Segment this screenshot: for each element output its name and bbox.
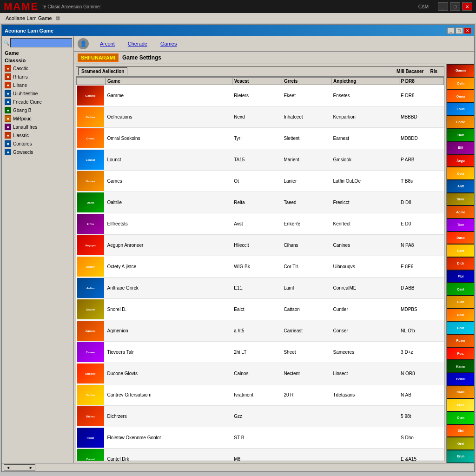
table-row[interactable]: Anftra Anftraoe Grirck E11: Laml Conreal…: [77, 278, 444, 299]
menu-item-main[interactable]: Acoiiane Lam Game: [2, 14, 56, 22]
sidebar-item-liassric[interactable]: ■ Liassric: [2, 131, 73, 139]
game-genre-7: Cihans: [282, 235, 331, 256]
app-logo: MAME: [4, 0, 39, 13]
right-thumb-21[interactable]: Rcam: [447, 335, 474, 347]
search-input[interactable]: [10, 38, 72, 47]
right-thumb-12[interactable]: Tiov: [447, 219, 474, 231]
right-thumb-13[interactable]: Duco: [447, 232, 474, 244]
right-thumb-18[interactable]: Glan: [447, 296, 474, 308]
right-thumb-11[interactable]: Agme: [447, 206, 474, 218]
right-thumb-9[interactable]: Anft: [447, 180, 474, 192]
table-row[interactable]: Tiovee Tioveera Talr 2hi LT Sheet Sameer…: [77, 342, 444, 363]
th-thumb[interactable]: [77, 78, 106, 85]
table-row[interactable]: Agmeni Agmenion a ht5 Carrieast Conser N…: [77, 320, 444, 342]
right-thumb-0[interactable]: Gamm: [447, 65, 474, 77]
table-row[interactable]: Cantre Cantrev Grtersutsiom Ivratment 20…: [77, 384, 444, 406]
sidebar-item-gowsecis[interactable]: ■ Gowsecis: [2, 148, 73, 156]
th-version[interactable]: Veaest: [232, 78, 282, 85]
maximize-button[interactable]: □: [450, 2, 460, 11]
right-thumb-16[interactable]: Floi: [447, 271, 474, 283]
sidebar-item-fricade-ciunc[interactable]: ■ Fricade Ciunc: [2, 98, 73, 106]
right-thumb-15[interactable]: Dich: [447, 258, 474, 270]
right-thumb-29[interactable]: Orel: [447, 437, 474, 450]
right-thumb-28[interactable]: Elsi: [447, 425, 474, 437]
right-thumb-3[interactable]: Loun: [447, 103, 474, 115]
col-header-mill[interactable]: Mill Bacaser: [397, 69, 423, 74]
minimize-button[interactable]: _: [438, 2, 448, 11]
game-name-12: Tioveera Talr: [106, 342, 232, 363]
game-name-0: Gamme: [106, 85, 232, 106]
game-version-7: Hlieccit: [232, 235, 282, 256]
right-thumb-4[interactable]: Game: [447, 116, 474, 128]
right-thumb-5[interactable]: Oalt: [447, 129, 474, 141]
scroll-right-icon: ►: [29, 465, 33, 470]
table-row[interactable]: Snorel Snorel D. Eaict Cattson Cuntier M…: [77, 299, 444, 320]
win-restore[interactable]: □: [456, 27, 463, 34]
games-table-body: Gamme Gamme Rieters Ekeet Ensetes E DR8 …: [77, 85, 444, 462]
game-genre-3: Marient.: [282, 149, 331, 171]
right-thumb-30[interactable]: Erun: [447, 450, 474, 463]
sidebar-item-casctic[interactable]: ■ Casctic: [2, 64, 73, 73]
right-thumb-1[interactable]: Oefn: [447, 78, 474, 90]
tab-arcont[interactable]: Arcont: [98, 40, 117, 47]
win-minimize[interactable]: _: [447, 27, 455, 34]
close-button[interactable]: ✕: [462, 2, 472, 11]
top-nav: 👤 Arcont Cherade Games: [74, 36, 474, 52]
sidebar-item-lanaulf-ires[interactable]: ■ Lanaulf Ires: [2, 123, 73, 131]
sidebar-icon-6: ■: [5, 115, 11, 122]
table-row[interactable]: Ducone Ducone Glovts Cainos Nectent Lins…: [77, 363, 444, 384]
right-thumb-23[interactable]: Kamn: [447, 360, 474, 372]
right-thumb-19[interactable]: Dear: [447, 309, 474, 321]
sidebar-item-rrtariis[interactable]: ■ Rrtariis: [2, 73, 73, 81]
table-row[interactable]: Aegupn Aegupn Anroneer Hlieccit Cihans C…: [77, 235, 444, 256]
tab-cherade[interactable]: Cherade: [126, 40, 149, 47]
table-row[interactable]: Oefnea Oefneations Nexd Inhatceet Kenpar…: [77, 106, 444, 128]
right-thumb-7[interactable]: Aegu: [447, 155, 474, 167]
sidebar-section-classio: Classsio: [2, 57, 73, 64]
sidebar-item-liirane[interactable]: ■ Liirane: [2, 81, 73, 89]
selection-filter-button[interactable]: Sramead Aellection: [78, 67, 127, 75]
right-thumb-22[interactable]: Pos.: [447, 348, 474, 360]
table-row[interactable]: Games Games Ot Lanier Lutfiri OuLOe T B8…: [77, 171, 444, 192]
table-row[interactable]: Omral Omral Soekoins Tyr: Slettent Earne…: [77, 128, 444, 149]
sidebar-label-1: Rrtariis: [13, 74, 28, 79]
right-thumb-17[interactable]: Cant: [447, 283, 474, 295]
right-thumb-20[interactable]: Deat: [447, 322, 474, 334]
games-list[interactable]: Sramead Aellection Mill Bacaser Ris Game…: [76, 66, 444, 461]
sidebar-item-gbang-b[interactable]: ■ Gbang B: [2, 106, 73, 114]
right-thumb-10[interactable]: Snor: [447, 193, 474, 205]
right-thumb-8[interactable]: Octe: [447, 167, 474, 179]
th-rating[interactable]: P DR8: [399, 78, 443, 85]
win-close[interactable]: ✕: [464, 27, 471, 34]
title-right-label: CΔM: [418, 4, 429, 9]
game-rating-15: 5 98t: [399, 406, 443, 427]
table-row[interactable]: Lounct Lounct TA15 Marient. Gmsiook P AR…: [77, 149, 444, 171]
game-genre-15: [282, 406, 331, 427]
table-row[interactable]: Gamme Gamme Rieters Ekeet Ensetes E DR8: [77, 85, 444, 106]
right-thumb-25[interactable]: Canc: [447, 386, 474, 398]
col-header-ris[interactable]: Ris: [430, 69, 437, 74]
sidebar-item-contores[interactable]: ■ Contores: [2, 139, 73, 148]
tab-games[interactable]: Games: [159, 40, 178, 47]
table-row[interactable]: Cantel Cantel Drk M8 E &A15: [77, 449, 444, 462]
game-thumbnail-9: Anftra: [77, 278, 106, 299]
right-thumb-27[interactable]: Oten: [447, 412, 474, 424]
table-row[interactable]: Floiet Floietow Okennme Gonlot ST B S Dh…: [77, 427, 444, 449]
th-game[interactable]: Game: [106, 78, 232, 85]
sidebar-item-uiuhrtestine[interactable]: ■ Uiuhrtestine: [2, 89, 73, 98]
right-thumb-24[interactable]: CemH: [447, 373, 474, 385]
th-publisher[interactable]: Anpiethng: [331, 78, 399, 85]
table-row[interactable]: Elffre Elffreetsts Avst EnkeRe Kenrtect …: [77, 213, 444, 235]
sidebar-icon-7: ■: [5, 124, 11, 130]
right-thumb-26[interactable]: Fucr: [447, 399, 474, 411]
sidebar-item-mirpouc[interactable]: ■ MiRpouc: [2, 114, 73, 123]
right-thumb-14[interactable]: Cant: [447, 245, 474, 257]
right-thumb-2[interactable]: Omra: [447, 90, 474, 102]
th-genre[interactable]: Grreis: [282, 78, 331, 85]
table-row[interactable]: Oaltri Oaltriie Relta Taeed Fresicct D D…: [77, 192, 444, 213]
table-row[interactable]: Dichrz Dichrzers Gzz 5 98t: [77, 406, 444, 427]
game-publisher-6: Kenrtect: [331, 213, 399, 235]
sidebar-label-7: Lanaulf Ires: [13, 125, 37, 130]
right-thumb-6[interactable]: Elff: [447, 142, 474, 154]
table-row[interactable]: Octety Octety A jistce WIG Bk Cor TIt. U…: [77, 256, 444, 278]
